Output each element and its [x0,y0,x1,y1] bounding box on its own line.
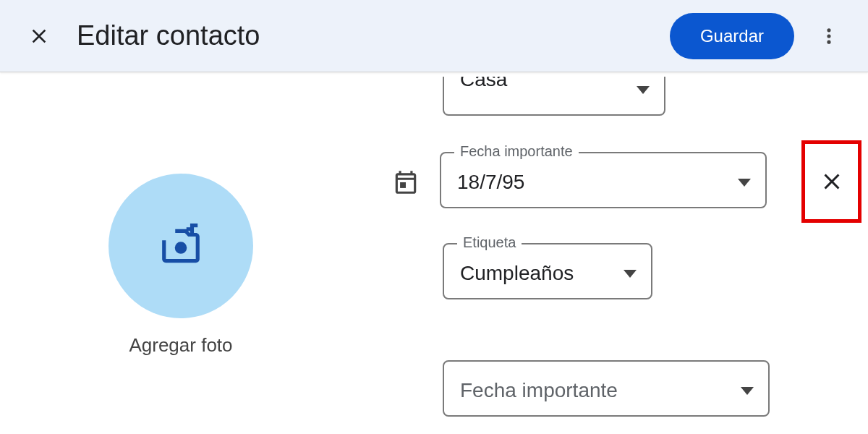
address-type-dropdown[interactable]: Casa [443,77,665,116]
address-type-value: Casa [460,77,507,91]
tag-value: Cumpleaños [460,262,574,285]
remove-date-button[interactable] [801,140,861,223]
page-title: Editar contacto [77,20,670,51]
add-photo-label: Agregar foto [129,334,232,357]
svg-point-0 [827,28,830,32]
camera-plus-icon [158,224,203,268]
tag-dropdown[interactable]: Etiqueta Cumpleaños [443,243,652,299]
add-photo-avatar[interactable] [109,174,253,318]
svg-point-1 [827,34,830,38]
save-button[interactable]: Guardar [670,13,794,59]
chevron-down-icon [637,86,650,94]
tag-label: Etiqueta [457,234,522,251]
svg-point-3 [175,242,187,254]
important-date-label: Fecha importante [454,143,579,160]
add-important-date-dropdown[interactable]: Fecha importante [443,360,770,417]
chevron-down-icon [738,179,751,187]
svg-point-2 [827,40,830,43]
chevron-down-icon [741,387,754,395]
calendar-icon [392,169,420,196]
important-date-value: 18/7/95 [457,171,524,194]
close-icon[interactable] [22,19,56,54]
more-options-icon[interactable] [812,19,846,54]
close-icon [819,169,845,195]
important-date-field[interactable]: Fecha importante 18/7/95 [440,152,767,208]
app-header: Editar contacto Guardar [0,0,868,72]
chevron-down-icon [624,270,637,278]
add-important-date-placeholder: Fecha importante [460,379,618,402]
svg-rect-4 [400,182,406,188]
